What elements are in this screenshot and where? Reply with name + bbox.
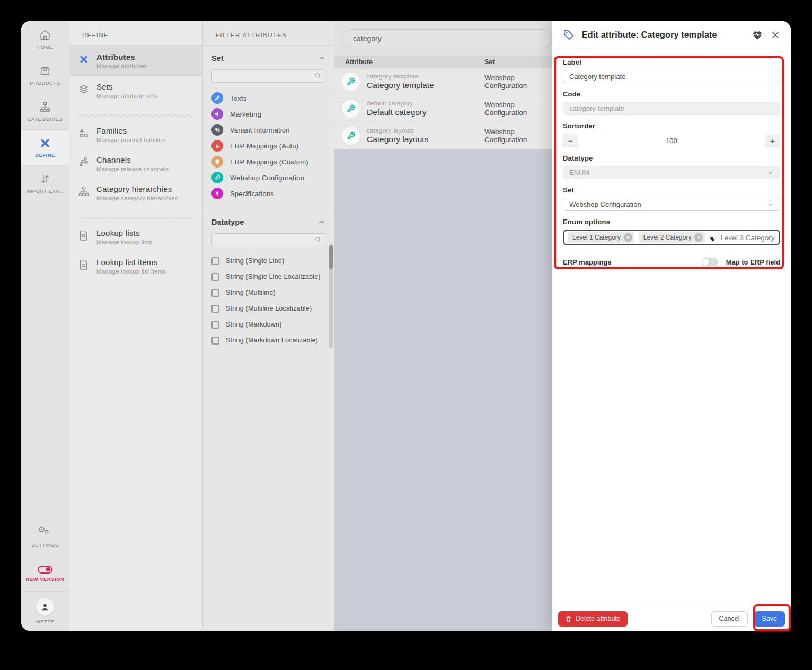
- filter-set-label: Variant Information: [230, 126, 290, 134]
- checkbox[interactable]: [211, 273, 219, 281]
- close-icon[interactable]: [771, 30, 780, 40]
- checkbox[interactable]: [211, 321, 219, 329]
- increment-button[interactable]: +: [765, 134, 780, 147]
- attribute-name: Category layouts: [367, 135, 428, 144]
- enum-options-input[interactable]: Level 1 Category ✕ Level 2 Category ✕ Le…: [563, 230, 780, 245]
- datatype-option[interactable]: String (Multiline): [211, 285, 325, 301]
- category-hierarchies-icon: [78, 186, 90, 197]
- attribute-code: category-template: [367, 73, 434, 80]
- checkbox[interactable]: [211, 305, 219, 313]
- filter-set-label: Marketing: [230, 110, 261, 118]
- datatype-option[interactable]: String (Markdown): [211, 316, 325, 332]
- table-row-category-template[interactable]: category-template Category template Webs…: [334, 68, 552, 95]
- map-to-erp-field-label: Map to ERP field: [726, 258, 780, 266]
- menu-item-subtitle: Manage product families: [96, 137, 165, 143]
- menu-item-lookup-lists[interactable]: Lookup lists Manage lookup lists: [69, 222, 202, 251]
- chevron-up-icon[interactable]: [318, 218, 325, 226]
- families-icon: [78, 127, 90, 139]
- remove-chip-icon[interactable]: ✕: [624, 233, 632, 242]
- menu-item-sets[interactable]: Sets Manage attribute sets: [69, 76, 202, 105]
- sortorder-input[interactable]: [578, 134, 765, 147]
- remove-chip-icon[interactable]: ✕: [694, 233, 703, 242]
- rail-item-products[interactable]: PRODUCTS: [21, 57, 69, 93]
- datatype-option[interactable]: String (Single Line Localizable): [211, 269, 325, 285]
- menu-item-attributes[interactable]: Attributes Manage attributes: [69, 46, 202, 76]
- search-icon: [314, 236, 322, 243]
- label-field-label: Label: [563, 58, 780, 66]
- decrement-button[interactable]: −: [563, 134, 578, 147]
- menu-item-category-hierarchies[interactable]: Category hierarchies Manage category hie…: [69, 178, 202, 207]
- menu-item-lookup-list-items[interactable]: Lookup list items Manage lookup list ite…: [69, 251, 202, 280]
- datatype-option-label: String (Single Line): [226, 257, 284, 265]
- cancel-button[interactable]: Cancel: [711, 611, 748, 627]
- code-field: Code: [563, 90, 780, 115]
- scrollbar-thumb[interactable]: [329, 245, 333, 269]
- rail-item-import-export[interactable]: IMPORT EXP...: [21, 165, 69, 201]
- row-texts: default-category Default category: [367, 100, 427, 117]
- rail-item-new-version[interactable]: NEW VERSION: [21, 556, 69, 592]
- table-row-category-layouts[interactable]: category-layouts Category layouts Websho…: [334, 122, 552, 149]
- menu-item-title: Lookup list items: [96, 258, 166, 267]
- define-menu-header: DEFINE: [69, 21, 202, 45]
- filter-set-item-texts[interactable]: Texts: [211, 90, 325, 106]
- drawer-title: Edit attribute: Category template: [582, 30, 744, 40]
- menu-item-subtitle: Manage release channels: [96, 166, 169, 172]
- enum-options-label: Enum options: [563, 218, 780, 226]
- rail-item-define[interactable]: DEFINE: [21, 129, 69, 165]
- filter-set-item-specifications[interactable]: Specifications: [211, 186, 325, 201]
- rail-label: HOME: [37, 44, 54, 50]
- datatype-field-label: Datatype: [563, 154, 780, 162]
- table-row-default-category[interactable]: default-category Default category Websho…: [334, 95, 552, 122]
- menu-item-subtitle: Manage category hierarchies: [96, 195, 178, 201]
- checkbox[interactable]: [211, 337, 219, 345]
- chevron-up-icon[interactable]: [318, 55, 325, 62]
- divider: [203, 45, 334, 46]
- rail-item-categories[interactable]: CATEGORIES: [21, 93, 69, 129]
- filter-attributes-panel: FILTER ATTRIBUTES Set: [203, 21, 334, 631]
- delete-attribute-button[interactable]: Delete attribute: [558, 611, 628, 627]
- datatype-search-input[interactable]: [211, 233, 325, 246]
- enum-chip: Level 1 Category ✕: [568, 232, 634, 243]
- filter-set-head[interactable]: Set: [211, 54, 325, 63]
- menu-item-text: Sets Manage attribute sets: [96, 82, 157, 99]
- drawer-body: Label Code Sortorder − + Datatyp: [552, 49, 791, 606]
- filter-set-item-erp-mappings-auto[interactable]: # ERP Mappings (Auto): [211, 138, 325, 154]
- filter-set-label: ERP Mappings (Custom): [230, 158, 308, 166]
- attribute-name: Default category: [367, 108, 427, 117]
- menu-item-families[interactable]: Families Manage product families: [69, 120, 202, 149]
- column-header-set: Set: [484, 58, 552, 66]
- datatype-option[interactable]: String (Markdown Localizable): [211, 332, 325, 348]
- checkbox[interactable]: [211, 257, 219, 265]
- filter-set-item-webshop-configuration[interactable]: Webshop Configuration: [211, 170, 325, 186]
- menu-item-channels[interactable]: Channels Manage release channels: [69, 149, 202, 178]
- filter-set-item-marketing[interactable]: Marketing: [211, 106, 325, 122]
- checkbox[interactable]: [211, 289, 219, 297]
- filter-set-item-variant-information[interactable]: % Variant Information: [211, 122, 325, 138]
- filter-datatype-head[interactable]: Datatype: [211, 218, 325, 226]
- label-input[interactable]: [563, 70, 780, 83]
- new-version-toggle-icon: [38, 566, 52, 574]
- lookup-list-items-icon: [78, 259, 90, 270]
- set-select[interactable]: Webshop Configuration: [563, 198, 780, 211]
- rail-item-settings[interactable]: ⚙⚙ SETTINGS: [21, 519, 69, 556]
- filter-set-item-erp-mappings-custom[interactable]: ERP Mappings (Custom): [211, 154, 325, 170]
- save-button[interactable]: Save: [754, 611, 785, 627]
- filter-set-label: Specifications: [230, 190, 274, 198]
- rail-item-user[interactable]: METTE: [21, 592, 69, 631]
- datatype-option[interactable]: String (Single Line): [211, 253, 325, 269]
- home-icon: [39, 29, 51, 41]
- attributes-search-input[interactable]: [342, 29, 552, 48]
- attribute-name: Category template: [367, 81, 434, 90]
- health-heart-icon[interactable]: [752, 29, 763, 41]
- import-export-icon: [39, 173, 51, 186]
- wrench-icon: [348, 78, 355, 85]
- erp-mappings-toggle[interactable]: [702, 258, 718, 266]
- rail-item-home[interactable]: HOME: [21, 21, 69, 57]
- wrench-icon: [348, 105, 355, 112]
- set-search-input[interactable]: [211, 69, 325, 83]
- filter-datatype-search: [211, 233, 325, 246]
- datatype-option-label: String (Single Line Localizable): [226, 273, 321, 280]
- attribute-type-badge: [342, 127, 360, 145]
- datatype-option[interactable]: String (Multiline Localizable): [211, 301, 325, 316]
- sortorder-field-label: Sortorder: [563, 122, 780, 130]
